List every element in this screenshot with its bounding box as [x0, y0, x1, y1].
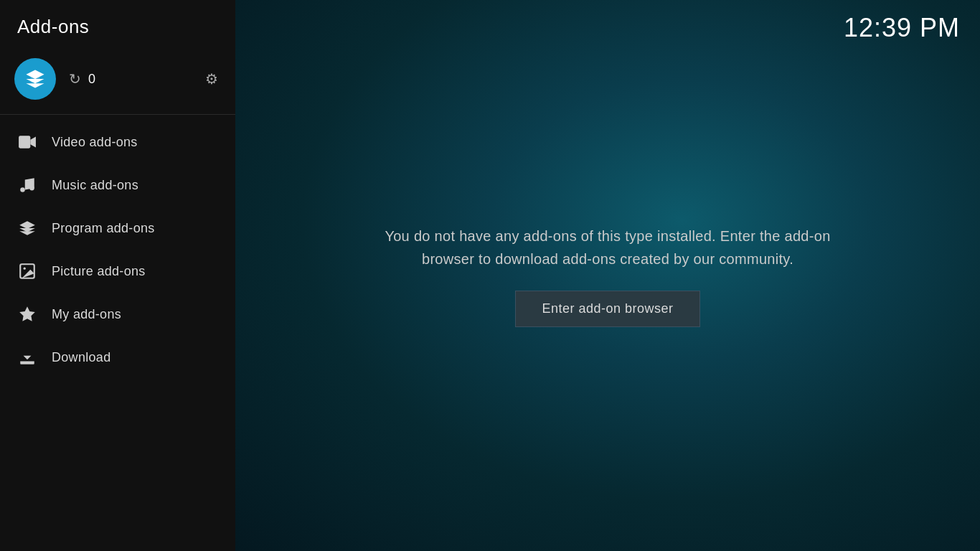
sidebar-header: ↻ 0 ⚙ [0, 51, 235, 114]
sidebar-item-my-addons[interactable]: My add-ons [0, 293, 235, 336]
program-icon [17, 218, 37, 238]
addon-count: 0 [88, 72, 95, 87]
box-icon [24, 68, 46, 90]
svg-point-2 [20, 187, 25, 192]
time-display: 12:39 PM [844, 13, 960, 43]
sidebar-label-download: Download [52, 350, 110, 365]
refresh-icon[interactable]: ↻ [69, 70, 81, 88]
download-icon [17, 347, 37, 367]
sidebar-label-video-addons: Video add-ons [52, 135, 138, 150]
sidebar-item-picture-addons[interactable]: Picture add-ons [0, 250, 235, 293]
svg-rect-1 [19, 136, 30, 148]
main-empty-state: You do not have any add-ons of this type… [235, 0, 980, 551]
main-content-area: 12:39 PM You do not have any add-ons of … [235, 0, 980, 551]
picture-icon [17, 261, 37, 281]
sidebar-label-program-addons: Program add-ons [52, 221, 155, 236]
sidebar-item-program-addons[interactable]: Program add-ons [0, 207, 235, 250]
refresh-area: ↻ 0 [69, 70, 192, 88]
svg-rect-0 [31, 75, 40, 83]
enter-addon-browser-button[interactable]: Enter add-on browser [515, 291, 699, 327]
svg-point-5 [24, 268, 26, 270]
sidebar: Add-ons ↻ 0 ⚙ Video add-ons Music add [0, 0, 235, 551]
my-addons-icon [17, 304, 37, 324]
sidebar-label-music-addons: Music add-ons [52, 178, 138, 193]
page-title: Add-ons [0, 0, 235, 51]
video-icon [17, 132, 37, 152]
sidebar-item-music-addons[interactable]: Music add-ons [0, 164, 235, 207]
addon-icon [14, 58, 56, 100]
sidebar-label-my-addons: My add-ons [52, 307, 121, 322]
svg-point-3 [29, 186, 34, 191]
sidebar-item-video-addons[interactable]: Video add-ons [0, 121, 235, 164]
empty-state-message: You do not have any add-ons of this type… [357, 225, 859, 270]
music-icon [17, 175, 37, 195]
sidebar-item-download[interactable]: Download [0, 336, 235, 379]
settings-icon[interactable]: ⚙ [205, 70, 218, 88]
sidebar-divider [0, 114, 235, 115]
sidebar-label-picture-addons: Picture add-ons [52, 264, 146, 279]
